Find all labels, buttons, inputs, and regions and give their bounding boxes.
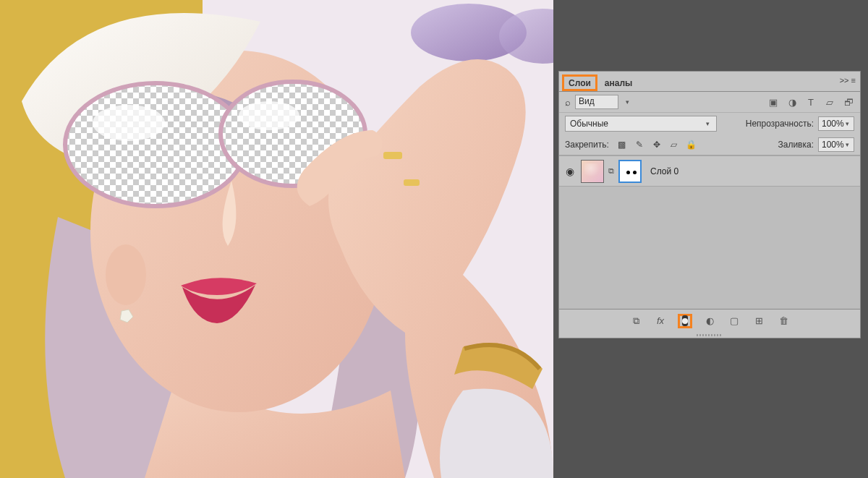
svg-rect-13 [383, 152, 402, 159]
link-layers-icon[interactable]: ⧉ [629, 314, 643, 328]
lock-transparent-icon[interactable]: ▩ [616, 139, 628, 150]
lock-row: Закрепить: ▩ ✎ ✥ ▱ 🔒 Заливка: 100%▾ [559, 135, 860, 155]
layer-row[interactable]: ◉ ⧉ Слой 0 [559, 156, 860, 187]
opacity-label: Непрозрачность: [746, 119, 814, 129]
svg-point-8 [106, 244, 146, 305]
layer-name[interactable]: Слой 0 [646, 166, 678, 176]
chevron-down-icon[interactable]: ▾ [623, 98, 631, 106]
svg-point-12 [239, 101, 299, 130]
layer-filter-kind[interactable]: Вид [575, 95, 618, 109]
filter-type-icon[interactable]: T [805, 96, 817, 108]
lock-label: Закрепить: [565, 140, 609, 150]
add-mask-button[interactable] [678, 314, 692, 328]
filter-shape-icon[interactable]: ▱ [824, 96, 835, 108]
new-adjustment-icon[interactable]: ◐ [702, 314, 717, 328]
lock-pixels-icon[interactable]: ✎ [634, 139, 645, 150]
svg-rect-14 [404, 179, 420, 186]
layer-filter-buttons: ▣ ◑ T ▱ 🗗 [767, 96, 854, 108]
layer-search-row: ⌕ Вид ▾ ▣ ◑ T ▱ 🗗 [559, 92, 860, 113]
visibility-icon[interactable]: ◉ [563, 166, 576, 177]
tab-layers[interactable]: Слои [562, 74, 597, 91]
new-group-icon[interactable]: ▢ [727, 314, 741, 328]
search-icon: ⌕ [565, 97, 571, 108]
svg-point-11 [93, 105, 165, 141]
panel-resize-grip[interactable] [559, 332, 860, 338]
layer-thumbnail[interactable] [581, 160, 604, 183]
opacity-input[interactable]: 100%▾ [818, 116, 854, 131]
blend-mode-select[interactable]: Обычные▾ [565, 116, 717, 132]
svg-point-9 [65, 83, 246, 206]
fx-icon[interactable]: fx [653, 314, 668, 328]
lock-position-icon[interactable]: ✥ [651, 139, 663, 150]
lock-all-icon[interactable]: 🔒 [686, 139, 697, 150]
editor-canvas[interactable] [0, 0, 553, 478]
mask-link-icon[interactable]: ⧉ [608, 166, 614, 176]
filter-pixel-icon[interactable]: ▣ [767, 96, 779, 108]
fill-input[interactable]: 100%▾ [818, 137, 854, 152]
filter-smart-icon[interactable]: 🗗 [843, 96, 854, 108]
lock-artboard-icon[interactable]: ▱ [668, 139, 680, 150]
panel-footer: ⧉ fx ◐ ▢ ⊞ 🗑 [559, 309, 860, 332]
tab-channels[interactable]: аналы [597, 74, 639, 91]
delete-layer-icon[interactable]: 🗑 [776, 314, 791, 328]
layers-panel: Слои аналы >> ≡ ⌕ Вид ▾ ▣ ◑ T ▱ 🗗 Обычны… [558, 71, 861, 338]
panel-tabs: Слои аналы >> ≡ [559, 72, 860, 92]
new-layer-icon[interactable]: ⊞ [752, 314, 766, 328]
filter-adjust-icon[interactable]: ◑ [786, 96, 798, 108]
layer-mask-thumbnail[interactable] [618, 160, 642, 183]
fill-label: Заливка: [778, 140, 814, 150]
panel-collapse-icon[interactable]: >> ≡ [840, 76, 856, 85]
layer-list[interactable]: ◉ ⧉ Слой 0 [559, 155, 860, 309]
blend-row: Обычные▾ Непрозрачность: 100%▾ [559, 113, 860, 135]
